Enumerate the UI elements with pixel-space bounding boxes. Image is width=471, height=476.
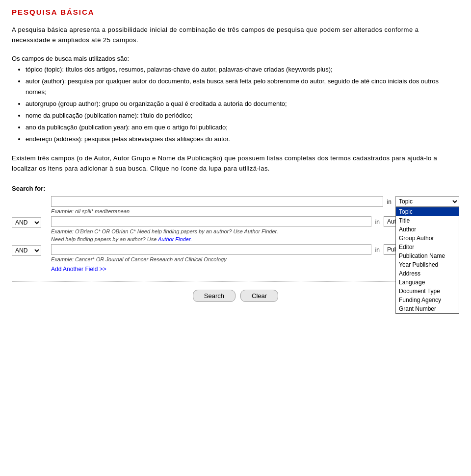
fields-item: tópico (topic): títulos dos artigos, res… [26,64,459,75]
fields-item: ano da publicação (publication year): an… [26,122,459,133]
boolean-select-1[interactable]: AND OR NOT [12,217,41,228]
fields-item: autorgrupo (group author): grupo ou orga… [26,99,459,109]
lb-document-type[interactable]: Document Type [396,287,459,296]
in-label-1: in [387,198,392,205]
lb-author[interactable]: Author [396,225,459,234]
lb-year-published[interactable]: Year Published [396,260,459,269]
search-input-1[interactable] [51,196,383,207]
search-row-2: AND OR NOT in Topic Title Author Group A… [12,216,459,243]
search-label: Search for: [12,185,459,192]
fields-item: autor (author): pesquisa por qualquer au… [26,76,459,98]
search-input-2[interactable] [51,216,371,227]
lb-group-author[interactable]: Group Author [396,234,459,243]
search-section: Search for: in Topic Title Author Grou [12,185,459,274]
boolean-select-2[interactable]: AND OR NOT [12,245,41,256]
search-row-1: in Topic Title Author Group Author Edito… [12,196,459,215]
lb-publication-name[interactable]: Publication Name [396,251,459,260]
field-type-select-1[interactable]: Topic Title Author Group Author Editor P… [395,196,459,207]
fields-item: nome da publicação (publication name): t… [26,110,459,121]
lb-grant-number[interactable]: Grant Number [396,304,459,313]
button-row: Search Clear [12,290,459,302]
lb-editor[interactable]: Editor [396,243,459,251]
in-label-2: in [375,218,380,225]
author-finder-link[interactable]: Author Finder. [158,236,192,242]
lb-title[interactable]: Title [396,216,459,225]
lb-language[interactable]: Language [396,278,459,287]
page-title: PESQUISA BÁSICA [12,8,459,16]
search-rows: in Topic Title Author Group Author Edito… [12,196,459,274]
topic-dropdown-container: Topic Title Author Group Author Editor P… [395,196,459,207]
completion-paragraph: Existem três campos (o de Autor, Autor G… [12,153,459,174]
fields-description: Os campos de busca mais utilizados são: … [12,53,459,145]
search-row-3: AND OR NOT in Topic Title Author Group A… [12,244,459,272]
search-button[interactable]: Search [193,290,236,302]
fields-heading: Os campos de busca mais utilizados são: [12,55,129,62]
divider [12,281,459,282]
search-input-3[interactable] [51,244,371,255]
lb-funding-agency[interactable]: Funding Agency [396,296,459,304]
in-label-3: in [375,246,380,253]
lb-topic[interactable]: Topic [396,207,459,216]
fields-list: tópico (topic): títulos dos artigos, res… [26,64,459,145]
clear-button[interactable]: Clear [240,290,278,302]
intro-paragraph: A pesquisa básica apresenta a possibilid… [12,25,459,46]
dropdown-listbox[interactable]: Topic Title Author Group Author Editor P… [395,207,459,314]
fields-item: endereço (address): pesquisa pelas abrev… [26,134,459,145]
lb-address[interactable]: Address [396,269,459,278]
